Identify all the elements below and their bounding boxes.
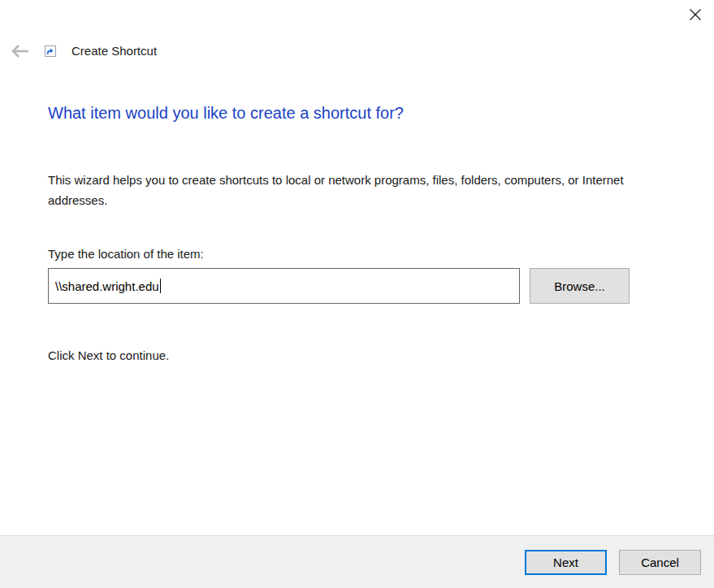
browse-button[interactable]: Browse... bbox=[530, 268, 630, 304]
footer-bar: Next Cancel bbox=[0, 535, 714, 588]
text-caret bbox=[160, 279, 161, 293]
create-shortcut-wizard: Create Shortcut What item would you like… bbox=[0, 0, 714, 588]
page-title: Create Shortcut bbox=[71, 44, 157, 58]
back-arrow-icon bbox=[10, 49, 29, 61]
location-label: Type the location of the item: bbox=[48, 247, 204, 261]
location-input-value: \\shared.wright.edu bbox=[55, 279, 159, 293]
back-button[interactable] bbox=[8, 42, 31, 62]
cancel-button[interactable]: Cancel bbox=[619, 550, 701, 575]
next-hint: Click Next to continue. bbox=[48, 348, 169, 362]
close-button[interactable] bbox=[686, 6, 704, 24]
close-icon bbox=[689, 8, 702, 24]
wizard-description: This wizard helps you to create shortcut… bbox=[48, 170, 672, 210]
main-instruction: What item would you like to create a sho… bbox=[48, 104, 404, 123]
shortcut-overlay-icon bbox=[45, 45, 56, 57]
location-input[interactable]: \\shared.wright.edu bbox=[48, 268, 520, 304]
next-button[interactable]: Next bbox=[525, 550, 607, 575]
wizard-header: Create Shortcut bbox=[0, 41, 714, 67]
